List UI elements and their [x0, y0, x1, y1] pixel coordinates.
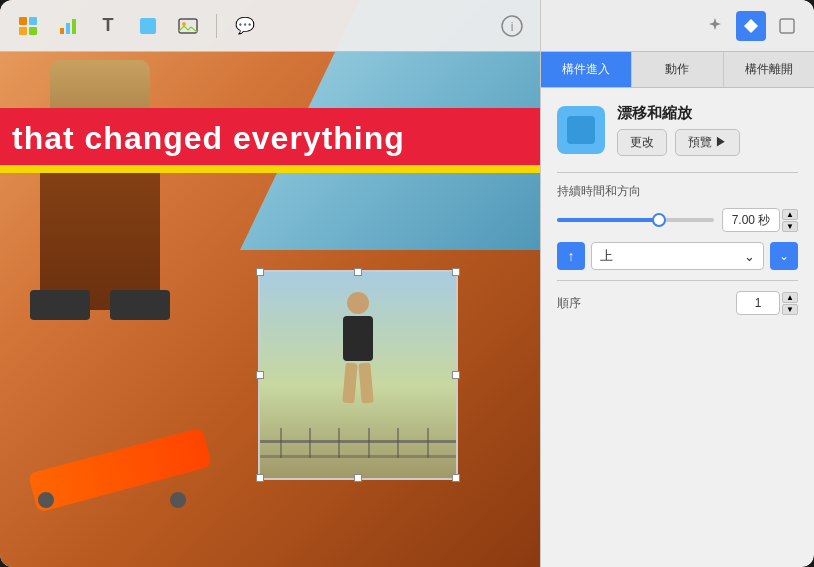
post-5	[397, 428, 399, 458]
order-label: 順序	[557, 295, 581, 312]
jump-figure	[328, 292, 388, 412]
order-value-group: 1 ▲ ▼	[736, 291, 798, 315]
yellow-accent-line	[0, 165, 540, 173]
app-frame: that changed everything	[0, 0, 814, 567]
canvas-area: that changed everything	[0, 0, 540, 567]
toolbar: T 💬 i	[0, 0, 540, 52]
slider-thumb[interactable]	[652, 213, 666, 227]
direction-arrow-icon: ↑	[568, 248, 575, 264]
order-row: 順序 1 ▲ ▼	[557, 291, 798, 315]
post-3	[338, 428, 340, 458]
slider-fill	[557, 218, 659, 222]
slider-value-group: 7.00 秒 ▲ ▼	[722, 208, 798, 232]
table-icon[interactable]	[12, 10, 44, 42]
stepper-up[interactable]: ▲	[782, 209, 798, 220]
post-2	[309, 428, 311, 458]
svg-rect-6	[72, 19, 76, 34]
shoe-right	[110, 290, 170, 320]
divider-2	[557, 280, 798, 281]
stepper-down[interactable]: ▼	[782, 221, 798, 232]
info-icon[interactable]: i	[496, 10, 528, 42]
chart-icon[interactable]	[52, 10, 84, 42]
handle-mid-right[interactable]	[452, 371, 460, 379]
svg-rect-5	[66, 23, 70, 34]
divider-1	[557, 172, 798, 173]
torso	[343, 316, 373, 361]
tab-enter[interactable]: 構件進入	[541, 52, 632, 87]
direction-dropdown-blue[interactable]: ⌄	[770, 242, 798, 270]
right-panel: 構件進入 動作 構件離開 漂移和縮放 更改 預覽 ▶	[540, 0, 814, 567]
handle-bottom-left[interactable]	[256, 474, 264, 482]
inset-photo[interactable]	[258, 270, 458, 480]
fence	[260, 428, 456, 458]
legs	[328, 363, 388, 403]
order-value-box[interactable]: 1	[736, 291, 780, 315]
svg-rect-7	[140, 18, 156, 34]
handle-bottom-mid[interactable]	[354, 474, 362, 482]
tab-exit[interactable]: 構件離開	[724, 52, 814, 87]
wheel-front	[38, 492, 54, 508]
direction-row: ↑ 上 ⌄ ⌄	[557, 242, 798, 270]
svg-rect-2	[19, 27, 27, 35]
diamond-tool-icon[interactable]	[736, 11, 766, 41]
leg-right	[358, 363, 373, 404]
duration-slider-row: 7.00 秒 ▲ ▼	[557, 208, 798, 232]
toolbar-separator	[216, 14, 217, 38]
head	[347, 292, 369, 314]
shape-icon[interactable]	[132, 10, 164, 42]
post-1	[280, 428, 282, 458]
shoe-left	[30, 290, 90, 320]
chevron-down-icon: ⌄	[744, 249, 755, 264]
svg-text:i: i	[511, 20, 514, 34]
window-tool-icon[interactable]	[772, 11, 802, 41]
wheel-back	[170, 492, 186, 508]
banner-text: that changed everything	[12, 120, 405, 157]
media-icon[interactable]	[172, 10, 204, 42]
panel-content: 漂移和縮放 更改 預覽 ▶ 持續時間和方向 7.00 秒	[541, 88, 814, 567]
svg-rect-12	[780, 19, 794, 33]
post-4	[368, 428, 370, 458]
anim-icon-inner	[567, 116, 595, 144]
red-banner: that changed everything	[0, 108, 540, 168]
handle-top-mid[interactable]	[354, 268, 362, 276]
handle-bottom-right[interactable]	[452, 474, 460, 482]
handle-top-left[interactable]	[256, 268, 264, 276]
duration-stepper: ▲ ▼	[782, 209, 798, 232]
svg-rect-8	[179, 19, 197, 33]
direction-arrow-button[interactable]: ↑	[557, 242, 585, 270]
handle-top-right[interactable]	[452, 268, 460, 276]
svg-rect-3	[29, 27, 37, 35]
order-stepper-down[interactable]: ▼	[782, 304, 798, 315]
duration-label: 持續時間和方向	[557, 183, 798, 200]
comment-icon[interactable]: 💬	[229, 10, 261, 42]
change-button[interactable]: 更改	[617, 129, 667, 156]
anim-buttons: 更改 預覽 ▶	[617, 129, 740, 156]
magic-tool-icon[interactable]	[700, 11, 730, 41]
preview-button[interactable]: 預覽 ▶	[675, 129, 740, 156]
post-6	[427, 428, 429, 458]
tab-action[interactable]: 動作	[632, 52, 723, 87]
text-icon[interactable]: T	[92, 10, 124, 42]
order-stepper: ▲ ▼	[782, 292, 798, 315]
chevron-down-blue-icon: ⌄	[779, 249, 789, 263]
anim-info: 漂移和縮放 更改 預覽 ▶	[617, 104, 740, 156]
duration-slider-track[interactable]	[557, 218, 714, 222]
anim-icon-box	[557, 106, 605, 154]
svg-rect-1	[29, 17, 37, 25]
svg-rect-0	[19, 17, 27, 25]
order-stepper-up[interactable]: ▲	[782, 292, 798, 303]
svg-rect-4	[60, 28, 64, 34]
duration-value-box[interactable]: 7.00 秒	[722, 208, 780, 232]
direction-select-box[interactable]: 上 ⌄	[591, 242, 764, 270]
handle-mid-left[interactable]	[256, 371, 264, 379]
panel-toolbar	[541, 0, 814, 52]
anim-title: 漂移和縮放	[617, 104, 740, 123]
animation-card: 漂移和縮放 更改 預覽 ▶	[557, 104, 798, 156]
direction-text: 上	[600, 247, 613, 265]
leg-left	[342, 363, 357, 404]
tab-bar: 構件進入 動作 構件離開	[541, 52, 814, 88]
